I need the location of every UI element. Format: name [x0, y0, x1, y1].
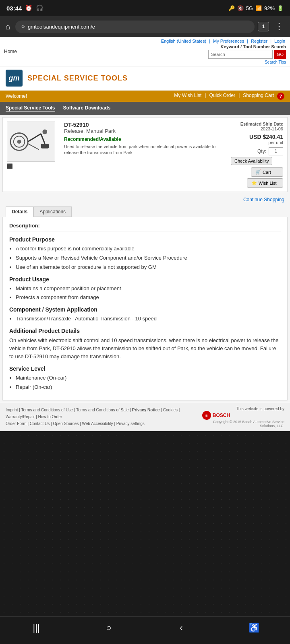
- browser-home-button[interactable]: ⌂: [4, 21, 12, 33]
- status-right: 🔑 🔇 5G 📶 92% 🔋: [228, 5, 284, 11]
- top-nav: Home English (United States) | My Prefer…: [0, 37, 290, 66]
- additional-details-heading: Additional Product Details: [9, 328, 281, 334]
- home-button[interactable]: ○: [97, 620, 121, 636]
- welcome-text: Welcome!: [6, 93, 27, 99]
- add-to-cart-button[interactable]: 🛒 Cart: [251, 167, 283, 177]
- tab-details[interactable]: Details: [6, 206, 33, 217]
- quantity-input[interactable]: [269, 147, 283, 155]
- search-label: Keyword / Tool Number Search: [221, 44, 286, 49]
- product-title: Release, Manual Park: [64, 128, 226, 134]
- login-link[interactable]: Login: [274, 39, 285, 43]
- status-bar: 03:44 ⏰ 🎧 🔑 🔇 5G 📶 92% 🔋: [0, 0, 290, 16]
- list-item: Maintains a component position or placem…: [16, 285, 281, 293]
- description-label: Description:: [9, 223, 281, 231]
- product-usage-list: Maintains a component position or placem…: [16, 285, 281, 302]
- recommended-label: Recommended/Available: [64, 136, 226, 142]
- my-preferences-link[interactable]: My Preferences: [213, 39, 244, 43]
- wishlist-icon: ⭐: [251, 180, 257, 186]
- footer-privacy-link[interactable]: Privacy Notice: [132, 408, 160, 412]
- site-title: SPECIAL SERVICE TOOLS: [27, 74, 128, 83]
- product-section: ⬛ DT-52910 Release, Manual Park Recommen…: [2, 117, 288, 192]
- additional-details-text: On vehicles with electronic shift contro…: [9, 336, 281, 361]
- security-icon: ⚙: [21, 24, 25, 29]
- search-area: GO: [208, 50, 286, 59]
- footer-link[interactable]: Terms and Conditions of Sale: [76, 408, 129, 412]
- my-wish-list-link[interactable]: My Wish List: [174, 93, 201, 100]
- register-link[interactable]: Register: [251, 39, 267, 43]
- footer-links: Imprint | Terms and Conditions of Use | …: [6, 407, 202, 427]
- list-item: Supports a New or Revised Vehicle Compon…: [16, 254, 281, 262]
- tab-count-button[interactable]: 1: [258, 22, 269, 31]
- network-label: 5G: [246, 5, 253, 11]
- shopping-cart-link[interactable]: Shopping Cart: [243, 93, 274, 100]
- tab-applications[interactable]: Applications: [33, 206, 72, 217]
- svg-rect-0: [7, 122, 55, 161]
- welcome-bar: Welcome! My Wish List | Quick Order | Sh…: [0, 91, 290, 102]
- powered-by-text: This website is powered by: [202, 407, 284, 411]
- bosch-logo-icon: B: [202, 411, 211, 420]
- footer-link[interactable]: Warranty/Repair: [6, 415, 35, 419]
- accessibility-button[interactable]: ♿: [242, 620, 266, 636]
- status-left: 03:44 ⏰ 🎧: [6, 4, 44, 12]
- bosch-logo-text: BOSCH: [213, 413, 230, 418]
- continue-shopping-link[interactable]: Continue Shopping: [0, 194, 290, 205]
- check-availability-button[interactable]: Check Availability: [231, 157, 272, 165]
- product-part-number: DT-52910: [64, 122, 226, 128]
- search-button[interactable]: GO: [274, 50, 286, 59]
- language-selector[interactable]: English (United States): [161, 39, 207, 43]
- product-image: [7, 122, 55, 162]
- list-item: Maintenance (On-car): [16, 374, 281, 382]
- service-level-heading: Service Level: [9, 365, 281, 372]
- footer-link[interactable]: Imprint: [6, 408, 18, 412]
- list-item: Use of an alternate tool or procedure is…: [16, 264, 281, 271]
- battery-label: 92%: [264, 5, 275, 11]
- welcome-links: My Wish List | Quick Order | Shopping Ca…: [174, 93, 284, 100]
- search-tips-link[interactable]: Search Tips: [265, 60, 286, 64]
- footer-link[interactable]: Order Form: [6, 421, 27, 426]
- sidebar-item-special-service-tools[interactable]: Special Service Tools: [6, 104, 55, 112]
- action-buttons: 🛒 Cart ⭐ Wish List: [231, 167, 283, 188]
- headphones-icon: 🎧: [36, 4, 44, 12]
- address-bar[interactable]: ⚙ gmtoolsandequipment.com/e: [15, 21, 255, 33]
- footer-link[interactable]: Privacy settings: [116, 421, 145, 426]
- back-button[interactable]: ‹: [169, 620, 193, 636]
- product-right: Estimated Ship Date 2023-11-06 USD $240.…: [231, 122, 283, 188]
- footer-link[interactable]: Cookies: [163, 408, 178, 412]
- list-item: A tool for this purpose is not commercia…: [16, 245, 281, 253]
- footer-link[interactable]: Open Sources: [53, 421, 79, 426]
- service-level-list: Maintenance (On-car) Repair (On-car): [16, 374, 281, 391]
- footer-link[interactable]: How to Order: [38, 415, 62, 419]
- recent-apps-button[interactable]: |||: [24, 620, 48, 636]
- search-input[interactable]: [208, 50, 273, 59]
- site-header: gm SPECIAL SERVICE TOOLS: [0, 66, 290, 91]
- product-description: Used to release the vehicle from park wh…: [64, 144, 226, 156]
- component-system-heading: Component / System Application: [9, 306, 281, 313]
- cart-icon: 🛒: [255, 169, 261, 175]
- list-item: Protects a component from damage: [16, 294, 281, 301]
- quick-order-link[interactable]: Quick Order: [209, 93, 235, 100]
- product-purpose-list: A tool for this purpose is not commercia…: [16, 245, 281, 271]
- alarm-icon: ⏰: [25, 4, 33, 12]
- battery-icon: 🔋: [277, 5, 284, 11]
- website-content: Home English (United States) | My Prefer…: [0, 37, 290, 431]
- footer-link[interactable]: Web Accessibility: [82, 421, 113, 426]
- footer-link[interactable]: Terms and Conditions of Use: [21, 408, 73, 412]
- product-purpose-heading: Product Purpose: [9, 236, 281, 243]
- sidebar-item-software-downloads[interactable]: Software Downloads: [63, 104, 111, 112]
- home-link[interactable]: Home: [4, 49, 17, 54]
- svg-point-8: [17, 140, 21, 144]
- product-image-expand-icon[interactable]: ⬛: [7, 163, 59, 169]
- browser-menu-button[interactable]: ⋮: [272, 21, 286, 33]
- footer-link[interactable]: Contact Us: [30, 421, 50, 426]
- mute-icon: 🔇: [237, 5, 244, 11]
- time-display: 03:44: [6, 5, 22, 12]
- browser-chrome: ⌂ ⚙ gmtoolsandequipment.com/e 1 ⋮: [0, 16, 290, 37]
- product-top: ⬛ DT-52910 Release, Manual Park Recommen…: [7, 122, 283, 188]
- help-icon[interactable]: ?: [277, 93, 284, 100]
- product-info: DT-52910 Release, Manual Park Recommende…: [64, 122, 226, 156]
- add-to-wishlist-button[interactable]: ⭐ Wish List: [247, 178, 283, 188]
- product-usage-heading: Product Usage: [9, 276, 281, 283]
- details-content: Description: Product Purpose A tool for …: [2, 217, 288, 400]
- signal-icon: 📶: [255, 5, 262, 11]
- site-footer: Imprint | Terms and Conditions of Use | …: [0, 403, 290, 431]
